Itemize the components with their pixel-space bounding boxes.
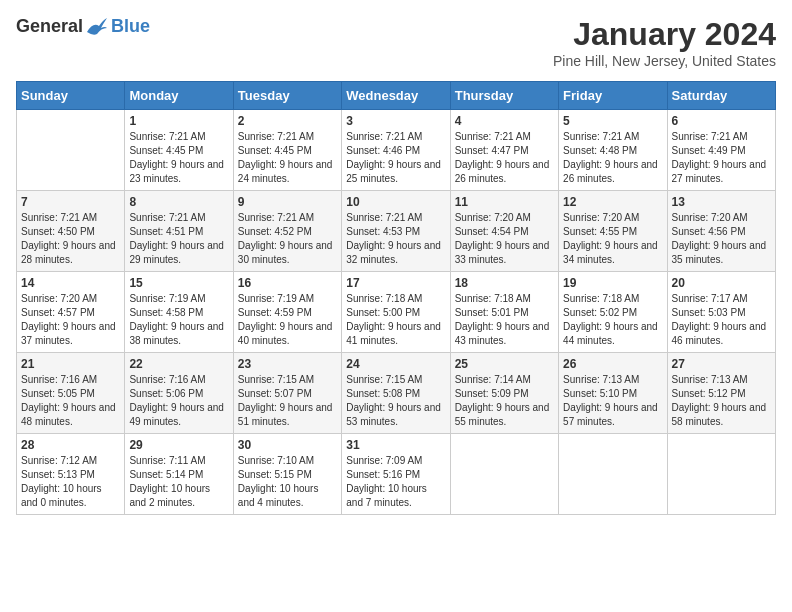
calendar-cell: 21Sunrise: 7:16 AMSunset: 5:05 PMDayligh…	[17, 353, 125, 434]
day-info: Sunrise: 7:10 AMSunset: 5:15 PMDaylight:…	[238, 454, 337, 510]
calendar-cell: 25Sunrise: 7:14 AMSunset: 5:09 PMDayligh…	[450, 353, 558, 434]
day-info: Sunrise: 7:16 AMSunset: 5:06 PMDaylight:…	[129, 373, 228, 429]
day-header-tuesday: Tuesday	[233, 82, 341, 110]
calendar-cell: 30Sunrise: 7:10 AMSunset: 5:15 PMDayligh…	[233, 434, 341, 515]
calendar-cell: 2Sunrise: 7:21 AMSunset: 4:45 PMDaylight…	[233, 110, 341, 191]
logo-blue: Blue	[111, 16, 150, 37]
calendar-cell: 18Sunrise: 7:18 AMSunset: 5:01 PMDayligh…	[450, 272, 558, 353]
day-number: 6	[672, 114, 771, 128]
calendar-cell: 7Sunrise: 7:21 AMSunset: 4:50 PMDaylight…	[17, 191, 125, 272]
day-number: 22	[129, 357, 228, 371]
day-header-sunday: Sunday	[17, 82, 125, 110]
day-info: Sunrise: 7:21 AMSunset: 4:47 PMDaylight:…	[455, 130, 554, 186]
calendar-cell: 10Sunrise: 7:21 AMSunset: 4:53 PMDayligh…	[342, 191, 450, 272]
month-title: January 2024	[553, 16, 776, 53]
calendar-cell	[17, 110, 125, 191]
day-number: 13	[672, 195, 771, 209]
day-info: Sunrise: 7:09 AMSunset: 5:16 PMDaylight:…	[346, 454, 445, 510]
day-info: Sunrise: 7:11 AMSunset: 5:14 PMDaylight:…	[129, 454, 228, 510]
day-number: 8	[129, 195, 228, 209]
day-number: 5	[563, 114, 662, 128]
calendar-cell: 31Sunrise: 7:09 AMSunset: 5:16 PMDayligh…	[342, 434, 450, 515]
day-number: 31	[346, 438, 445, 452]
day-info: Sunrise: 7:21 AMSunset: 4:52 PMDaylight:…	[238, 211, 337, 267]
calendar-cell	[559, 434, 667, 515]
calendar-cell: 29Sunrise: 7:11 AMSunset: 5:14 PMDayligh…	[125, 434, 233, 515]
day-info: Sunrise: 7:21 AMSunset: 4:45 PMDaylight:…	[129, 130, 228, 186]
day-info: Sunrise: 7:13 AMSunset: 5:12 PMDaylight:…	[672, 373, 771, 429]
day-info: Sunrise: 7:20 AMSunset: 4:55 PMDaylight:…	[563, 211, 662, 267]
day-info: Sunrise: 7:12 AMSunset: 5:13 PMDaylight:…	[21, 454, 120, 510]
calendar-cell: 20Sunrise: 7:17 AMSunset: 5:03 PMDayligh…	[667, 272, 775, 353]
day-number: 21	[21, 357, 120, 371]
day-number: 18	[455, 276, 554, 290]
day-info: Sunrise: 7:21 AMSunset: 4:51 PMDaylight:…	[129, 211, 228, 267]
title-section: January 2024 Pine Hill, New Jersey, Unit…	[553, 16, 776, 69]
day-header-saturday: Saturday	[667, 82, 775, 110]
day-info: Sunrise: 7:21 AMSunset: 4:45 PMDaylight:…	[238, 130, 337, 186]
day-info: Sunrise: 7:15 AMSunset: 5:07 PMDaylight:…	[238, 373, 337, 429]
day-header-wednesday: Wednesday	[342, 82, 450, 110]
calendar-cell: 22Sunrise: 7:16 AMSunset: 5:06 PMDayligh…	[125, 353, 233, 434]
day-number: 26	[563, 357, 662, 371]
logo-general: General	[16, 16, 83, 37]
calendar-cell: 12Sunrise: 7:20 AMSunset: 4:55 PMDayligh…	[559, 191, 667, 272]
calendar-cell: 14Sunrise: 7:20 AMSunset: 4:57 PMDayligh…	[17, 272, 125, 353]
day-number: 25	[455, 357, 554, 371]
day-number: 29	[129, 438, 228, 452]
day-info: Sunrise: 7:20 AMSunset: 4:57 PMDaylight:…	[21, 292, 120, 348]
calendar-table: SundayMondayTuesdayWednesdayThursdayFrid…	[16, 81, 776, 515]
day-number: 24	[346, 357, 445, 371]
day-number: 20	[672, 276, 771, 290]
day-number: 11	[455, 195, 554, 209]
day-number: 23	[238, 357, 337, 371]
calendar-cell	[667, 434, 775, 515]
calendar-cell: 16Sunrise: 7:19 AMSunset: 4:59 PMDayligh…	[233, 272, 341, 353]
calendar-cell: 4Sunrise: 7:21 AMSunset: 4:47 PMDaylight…	[450, 110, 558, 191]
day-info: Sunrise: 7:19 AMSunset: 4:58 PMDaylight:…	[129, 292, 228, 348]
day-header-friday: Friday	[559, 82, 667, 110]
day-header-monday: Monday	[125, 82, 233, 110]
day-number: 10	[346, 195, 445, 209]
calendar-cell: 24Sunrise: 7:15 AMSunset: 5:08 PMDayligh…	[342, 353, 450, 434]
day-number: 4	[455, 114, 554, 128]
calendar-cell: 9Sunrise: 7:21 AMSunset: 4:52 PMDaylight…	[233, 191, 341, 272]
day-number: 19	[563, 276, 662, 290]
day-info: Sunrise: 7:21 AMSunset: 4:53 PMDaylight:…	[346, 211, 445, 267]
header: General Blue January 2024 Pine Hill, New…	[16, 16, 776, 69]
day-number: 27	[672, 357, 771, 371]
day-info: Sunrise: 7:18 AMSunset: 5:01 PMDaylight:…	[455, 292, 554, 348]
calendar-cell: 6Sunrise: 7:21 AMSunset: 4:49 PMDaylight…	[667, 110, 775, 191]
day-info: Sunrise: 7:18 AMSunset: 5:00 PMDaylight:…	[346, 292, 445, 348]
day-info: Sunrise: 7:18 AMSunset: 5:02 PMDaylight:…	[563, 292, 662, 348]
day-info: Sunrise: 7:21 AMSunset: 4:48 PMDaylight:…	[563, 130, 662, 186]
logo-bird-icon	[85, 18, 107, 36]
day-number: 3	[346, 114, 445, 128]
calendar-cell: 19Sunrise: 7:18 AMSunset: 5:02 PMDayligh…	[559, 272, 667, 353]
day-info: Sunrise: 7:13 AMSunset: 5:10 PMDaylight:…	[563, 373, 662, 429]
day-info: Sunrise: 7:17 AMSunset: 5:03 PMDaylight:…	[672, 292, 771, 348]
logo: General Blue	[16, 16, 150, 37]
day-number: 12	[563, 195, 662, 209]
location-title: Pine Hill, New Jersey, United States	[553, 53, 776, 69]
day-header-thursday: Thursday	[450, 82, 558, 110]
day-info: Sunrise: 7:20 AMSunset: 4:54 PMDaylight:…	[455, 211, 554, 267]
day-number: 28	[21, 438, 120, 452]
calendar-cell: 11Sunrise: 7:20 AMSunset: 4:54 PMDayligh…	[450, 191, 558, 272]
day-number: 14	[21, 276, 120, 290]
calendar-cell: 5Sunrise: 7:21 AMSunset: 4:48 PMDaylight…	[559, 110, 667, 191]
calendar-cell: 28Sunrise: 7:12 AMSunset: 5:13 PMDayligh…	[17, 434, 125, 515]
calendar-cell: 26Sunrise: 7:13 AMSunset: 5:10 PMDayligh…	[559, 353, 667, 434]
calendar-cell: 17Sunrise: 7:18 AMSunset: 5:00 PMDayligh…	[342, 272, 450, 353]
day-info: Sunrise: 7:21 AMSunset: 4:49 PMDaylight:…	[672, 130, 771, 186]
day-number: 17	[346, 276, 445, 290]
day-info: Sunrise: 7:21 AMSunset: 4:50 PMDaylight:…	[21, 211, 120, 267]
day-number: 1	[129, 114, 228, 128]
day-info: Sunrise: 7:16 AMSunset: 5:05 PMDaylight:…	[21, 373, 120, 429]
calendar-cell: 23Sunrise: 7:15 AMSunset: 5:07 PMDayligh…	[233, 353, 341, 434]
day-info: Sunrise: 7:15 AMSunset: 5:08 PMDaylight:…	[346, 373, 445, 429]
day-info: Sunrise: 7:19 AMSunset: 4:59 PMDaylight:…	[238, 292, 337, 348]
calendar-cell: 13Sunrise: 7:20 AMSunset: 4:56 PMDayligh…	[667, 191, 775, 272]
day-info: Sunrise: 7:14 AMSunset: 5:09 PMDaylight:…	[455, 373, 554, 429]
day-number: 9	[238, 195, 337, 209]
